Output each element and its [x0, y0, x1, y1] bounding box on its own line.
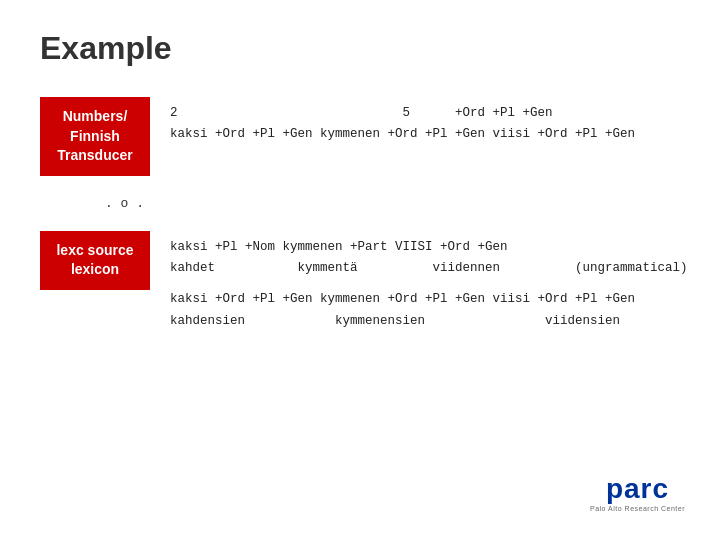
- numbers-row: Numbers/FinnishTransducer 2 5 +Ord +Pl +…: [40, 97, 680, 176]
- lexc-line-1: kaksi +Pl +Nom kymmenen +Part VIISI +Ord…: [170, 237, 688, 258]
- parc-wordmark: parc: [590, 473, 685, 505]
- parc-logo: parc Palo Alto Research Center: [590, 473, 685, 512]
- lexc-code-block-2: kaksi +Ord +Pl +Gen kymmenen +Ord +Pl +G…: [170, 289, 688, 332]
- content-area: Numbers/FinnishTransducer 2 5 +Ord +Pl +…: [40, 97, 680, 332]
- numbers-label: Numbers/FinnishTransducer: [40, 97, 150, 176]
- code-line-2: kaksi +Ord +Pl +Gen kymmenen +Ord +Pl +G…: [170, 124, 635, 145]
- lexc-line-3: kaksi +Ord +Pl +Gen kymmenen +Ord +Pl +G…: [170, 289, 688, 310]
- lexc-code-block-1: kaksi +Pl +Nom kymmenen +Part VIISI +Ord…: [170, 237, 688, 280]
- lexc-code: kaksi +Pl +Nom kymmenen +Part VIISI +Ord…: [170, 231, 688, 332]
- lexc-line-2: kahdet kymmentä viidennen (ungrammatical…: [170, 258, 688, 279]
- numbers-code: 2 5 +Ord +Pl +Gen kaksi +Ord +Pl +Gen ky…: [170, 97, 635, 146]
- lexc-line-4: kahdensien kymmenensien viidensien: [170, 311, 688, 332]
- page-title: Example: [40, 30, 680, 67]
- code-line-1: 2 5 +Ord +Pl +Gen: [170, 103, 635, 124]
- parc-subtitle: Palo Alto Research Center: [590, 505, 685, 512]
- slide: Example Numbers/FinnishTransducer 2 5 +O…: [0, 0, 720, 540]
- middle-row: . o .: [40, 196, 680, 211]
- lexc-label: lexc sourcelexicon: [40, 231, 150, 290]
- dots-text: . o .: [50, 196, 144, 211]
- lexc-row: lexc sourcelexicon kaksi +Pl +Nom kymmen…: [40, 231, 680, 332]
